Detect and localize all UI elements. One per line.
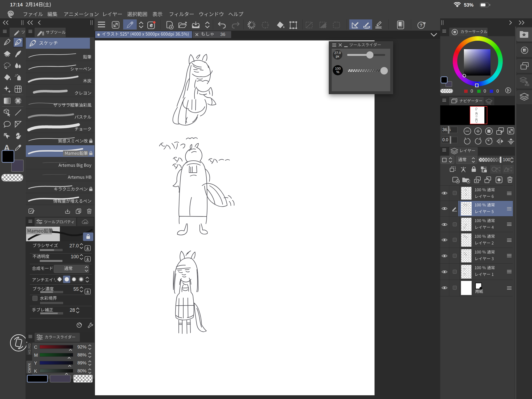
svg-text:CMYK: CMYK <box>27 363 31 373</box>
svg-text:?: ? <box>420 23 422 28</box>
svg-text:HS RG: HS RG <box>27 343 31 354</box>
svg-text:0.08: 0.08 <box>487 103 491 105</box>
